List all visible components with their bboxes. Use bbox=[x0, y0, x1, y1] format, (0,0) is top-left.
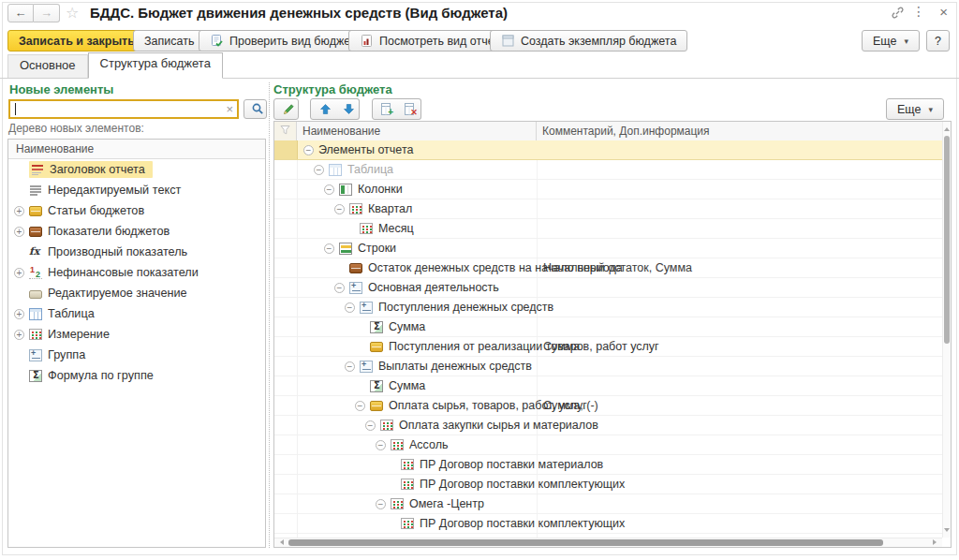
tree-item[interactable]: Формула по группе bbox=[8, 365, 265, 386]
search-button[interactable] bbox=[243, 99, 267, 119]
table-row[interactable]: −Омега -Центр bbox=[274, 494, 942, 514]
favorite-star-icon[interactable]: ☆ bbox=[66, 4, 79, 22]
panel-splitter[interactable] bbox=[269, 82, 270, 548]
collapse-icon[interactable]: − bbox=[376, 440, 386, 450]
collapse-icon[interactable]: − bbox=[355, 401, 365, 411]
expand-icon[interactable]: + bbox=[14, 330, 24, 340]
create-budget-instance-button[interactable]: Создать экземпляр бюджета bbox=[490, 30, 687, 52]
row-label: Колонки bbox=[358, 183, 403, 196]
tree-item[interactable]: Редактируемое значение bbox=[8, 283, 265, 303]
dimension-icon bbox=[391, 439, 404, 450]
expander-spacer bbox=[14, 350, 24, 361]
row-content: −Оплата сырья, товаров, работ, услуг bbox=[298, 399, 942, 412]
tree-item[interactable]: Группа bbox=[8, 345, 265, 365]
expander-spacer bbox=[345, 224, 355, 234]
row-marker bbox=[274, 278, 298, 297]
expand-icon[interactable]: + bbox=[14, 309, 24, 319]
tab-main[interactable]: Основное bbox=[7, 54, 88, 78]
tree-item[interactable]: +Показатели бюджетов bbox=[8, 221, 265, 242]
filter-column-header[interactable] bbox=[274, 122, 297, 140]
table-row[interactable]: ПР Договор поставки комплектующих bbox=[274, 475, 942, 494]
expander-spacer bbox=[14, 247, 24, 258]
left-column-header[interactable]: Наименование bbox=[8, 140, 265, 159]
tree-item-label: Редактируемое значение bbox=[48, 287, 187, 300]
table-row[interactable]: Поступления от реализации товаров, работ… bbox=[274, 337, 942, 357]
edit-button[interactable] bbox=[273, 98, 299, 120]
expand-icon[interactable]: + bbox=[14, 206, 24, 216]
tree-item-label: Нефинансовые показатели bbox=[48, 266, 199, 279]
table-row[interactable]: −Квартал bbox=[274, 199, 942, 219]
tree-item[interactable]: +Таблица bbox=[8, 303, 265, 324]
window-menu-icon[interactable]: ⋮ bbox=[912, 4, 925, 19]
insert-element-button[interactable]: + bbox=[372, 98, 397, 120]
expand-icon[interactable]: + bbox=[14, 227, 24, 237]
row-marker bbox=[274, 514, 298, 533]
expand-icon[interactable]: + bbox=[14, 268, 24, 278]
scroll-down-icon[interactable] bbox=[944, 528, 950, 535]
tree-item[interactable]: Производный показатель bbox=[8, 242, 265, 262]
back-button[interactable]: ← bbox=[7, 4, 34, 22]
table-row[interactable]: −Поступления денежных средств bbox=[274, 298, 942, 317]
table-row[interactable]: −Оплата закупки сырья и материалов bbox=[274, 416, 942, 435]
indicators-icon bbox=[29, 227, 42, 237]
move-up-button[interactable] bbox=[310, 98, 335, 120]
collapse-icon[interactable]: − bbox=[334, 204, 345, 214]
move-down-button[interactable] bbox=[334, 98, 360, 120]
table-row[interactable]: −Строки bbox=[274, 239, 942, 258]
tree-item[interactable]: Нередактируемый текст bbox=[8, 180, 265, 200]
clear-search-icon[interactable]: × bbox=[226, 101, 233, 117]
table-row[interactable]: −Колонки bbox=[274, 180, 942, 199]
remove-element-button[interactable]: ✕ bbox=[396, 98, 421, 120]
scrollbar-thumb[interactable] bbox=[944, 136, 950, 344]
comment-column-header[interactable]: Комментарий, Доп.информация bbox=[537, 122, 951, 140]
table-row[interactable]: −Основная деятельность bbox=[274, 278, 942, 298]
scroll-up-icon[interactable] bbox=[944, 125, 950, 131]
selected-item-highlight: Заголовок отчета bbox=[29, 161, 153, 178]
collapse-icon[interactable]: − bbox=[314, 165, 324, 175]
table-row[interactable]: −Ассоль bbox=[274, 435, 942, 455]
table-row[interactable]: −Элементы отчета bbox=[274, 140, 942, 160]
collapse-icon[interactable]: − bbox=[303, 145, 314, 155]
collapse-icon[interactable]: − bbox=[345, 361, 355, 372]
scroll-right-icon[interactable] bbox=[933, 539, 939, 545]
scroll-left-icon[interactable] bbox=[277, 539, 284, 545]
more-button[interactable]: Еще ▾ bbox=[862, 30, 920, 52]
tab-budget-structure[interactable]: Структура бюджета bbox=[88, 52, 223, 79]
structure-more-button[interactable]: Еще ▾ bbox=[886, 98, 944, 120]
table-row[interactable]: Месяц bbox=[274, 219, 942, 239]
vertical-scrollbar[interactable] bbox=[942, 122, 951, 538]
table-row[interactable]: −Выплаты денежных средств bbox=[274, 357, 942, 376]
collapse-icon[interactable]: − bbox=[345, 302, 355, 313]
horizontal-scrollbar[interactable] bbox=[274, 538, 942, 547]
save-label: Записать bbox=[144, 35, 194, 48]
collapse-icon[interactable]: − bbox=[365, 420, 376, 431]
tree-item[interactable]: +Измерение bbox=[8, 324, 265, 345]
save-close-button[interactable]: Записать и закрыть bbox=[7, 30, 146, 52]
collapse-icon[interactable]: − bbox=[334, 283, 345, 293]
table-row[interactable]: Сумма bbox=[274, 376, 942, 396]
check-budget-view-button[interactable]: Проверить вид бюджета bbox=[199, 30, 373, 52]
tree-item[interactable]: Заголовок отчета bbox=[8, 159, 265, 180]
table-row[interactable]: −Таблица bbox=[274, 160, 942, 180]
scrollbar-thumb[interactable] bbox=[288, 539, 883, 546]
link-icon[interactable] bbox=[891, 6, 905, 23]
help-button[interactable]: ? bbox=[926, 30, 950, 52]
row-label: Элементы отчета bbox=[318, 143, 413, 156]
collapse-icon[interactable]: − bbox=[324, 243, 334, 254]
collapse-icon[interactable]: − bbox=[324, 184, 334, 195]
table-row[interactable]: ПР Договор поставки комплектующих bbox=[274, 514, 942, 534]
table-row[interactable]: Сумма bbox=[274, 317, 942, 337]
collapse-icon[interactable]: − bbox=[376, 499, 386, 509]
save-button[interactable]: Записать bbox=[133, 30, 205, 52]
table-header: Наименование Комментарий, Доп.информация bbox=[274, 122, 951, 141]
forward-button[interactable]: → bbox=[34, 4, 60, 22]
tree-item[interactable]: +Нефинансовые показатели bbox=[8, 262, 265, 283]
table-row[interactable]: ПР Договор поставки материалов bbox=[274, 455, 942, 475]
new-elements-search-input[interactable] bbox=[12, 101, 222, 118]
name-column-header[interactable]: Наименование bbox=[297, 122, 537, 140]
tree-item[interactable]: +Статьи бюджетов bbox=[8, 200, 265, 221]
close-icon[interactable]: × bbox=[939, 4, 948, 20]
table-row[interactable]: −Оплата сырья, товаров, работ, услугСумм… bbox=[274, 396, 942, 416]
row-marker bbox=[274, 239, 298, 258]
table-row[interactable]: Остаток денежных средств на начало перио… bbox=[274, 258, 942, 278]
